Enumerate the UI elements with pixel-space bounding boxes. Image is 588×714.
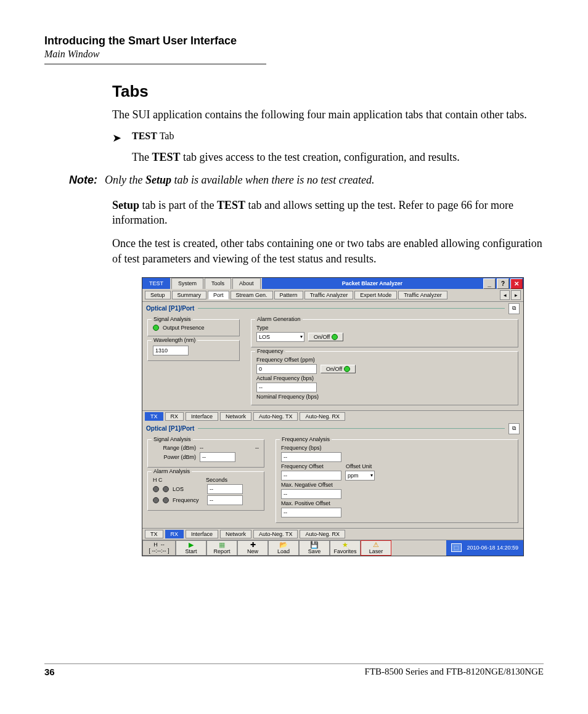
tx-tab-autoneg-rx[interactable]: Auto-Neg. RX <box>300 412 345 421</box>
los-c-led-icon <box>163 486 169 492</box>
rx-freq-analysis-group: Frequency Analysis Frequency (bps) -- Fr… <box>276 439 518 523</box>
rx-tab-tx[interactable]: TX <box>145 530 163 538</box>
header-rule <box>44 63 266 65</box>
tx-tab-network[interactable]: Network <box>220 412 251 421</box>
sub-tabs: Setup Summary Port Stream Gen. Pattern T… <box>142 289 523 302</box>
power-value: -- <box>200 452 235 462</box>
offset-unit-dropdown[interactable]: ppm <box>345 471 375 481</box>
subtab-setup[interactable]: Setup <box>145 291 171 299</box>
freq-onoff-led-icon <box>344 366 350 372</box>
subtab-summary[interactable]: Summary <box>172 291 207 299</box>
note: Note: Only the Setup tab is available wh… <box>69 174 544 187</box>
freq-offset-label: Frequency Offset (ppm) <box>256 357 315 363</box>
main-tab-test[interactable]: TEST <box>142 278 170 289</box>
status-timestamp: 2010-06-18 14:20:59 <box>467 545 518 551</box>
max-pos-label: Max. Positive Offset <box>281 500 330 506</box>
range-v1: -- <box>200 445 203 451</box>
subtab-pattern[interactable]: Pattern <box>274 291 303 299</box>
chapter-title: Introducing the Smart User Interface <box>44 34 544 47</box>
range-label: Range (dBm) <box>153 445 196 451</box>
tab-nav-right-icon[interactable]: ▸ <box>511 290 521 300</box>
setup-paragraph: Setup tab is part of the TEST tab and al… <box>112 198 544 228</box>
star-icon: ★ <box>342 542 348 548</box>
output-presence-label: Output Presence <box>163 325 205 331</box>
tx-expand-icon[interactable]: ⧉ <box>508 303 520 314</box>
rx-alarm-analysis-group: Alarm Analysis H CSeconds LOS-- Frequenc… <box>147 471 264 511</box>
tx-wavelength-group: Wavelength (nm) 1310 <box>147 340 240 361</box>
los-value: -- <box>207 484 243 494</box>
rx-tab-rx[interactable]: RX <box>165 530 184 538</box>
wavelength-input[interactable]: 1310 <box>153 346 189 355</box>
bullet-label-rest: Tab <box>157 131 174 141</box>
alarm-type-dropdown[interactable]: LOS <box>256 332 304 342</box>
rx-tab-autoneg-rx[interactable]: Auto-Neg. RX <box>300 530 345 538</box>
rx-expand-icon[interactable]: ⧉ <box>508 423 520 434</box>
load-button[interactable]: 📂Load <box>268 540 299 556</box>
page-number: 36 <box>44 667 55 677</box>
tx-tab-interface[interactable]: Interface <box>186 412 218 421</box>
new-icon: ✚ <box>250 542 256 548</box>
subtab-streamgen[interactable]: Stream Gen. <box>231 291 273 299</box>
screenshot-figure: TEST System Tools About Packet Blazer An… <box>142 277 524 556</box>
bullet-description: The TEST tab gives access to the test cr… <box>132 150 544 164</box>
hc-label: H C <box>153 477 171 483</box>
subtab-traffic-analyzer-2[interactable]: Traffic Analyzer <box>398 291 447 299</box>
divider <box>198 308 505 309</box>
disk-icon: 💾 <box>310 542 319 548</box>
other-tabs-paragraph: Once the test is created, other tabs con… <box>112 236 544 266</box>
subtab-port[interactable]: Port <box>208 291 229 299</box>
alarm-onoff-button[interactable]: On/Off <box>308 333 343 341</box>
save-button[interactable]: 💾Save <box>299 540 330 556</box>
report-icon: ▦ <box>219 542 225 548</box>
note-label: Note: <box>69 174 97 187</box>
main-tab-about[interactable]: About <box>232 278 261 289</box>
laser-button[interactable]: ⚠Laser <box>361 540 391 556</box>
freq-offset-input[interactable]: 0 <box>256 364 317 374</box>
tab-nav-left-icon[interactable]: ◂ <box>500 290 510 300</box>
max-neg-label: Max. Negative Offset <box>281 482 333 488</box>
tx-section-label: Optical [P1]/Port <box>146 305 194 312</box>
rx-tab-autoneg-tx[interactable]: Auto-Neg. TX <box>253 530 298 538</box>
subtab-traffic-analyzer[interactable]: Traffic Analyzer <box>304 291 354 299</box>
rx-tab-interface[interactable]: Interface <box>186 530 218 538</box>
freq-onoff-button[interactable]: On/Off <box>321 365 356 373</box>
tx-alarm-gen-group: Alarm Generation Type LOS On/Off <box>251 319 518 347</box>
window-title: Packet Blazer Analyzer <box>262 278 483 289</box>
heading-tabs: Tabs <box>112 82 544 101</box>
freq-h-led-icon <box>153 497 159 503</box>
elapsed-time: [ --:--:-- ] <box>149 548 169 554</box>
freq-value: -- <box>207 495 243 505</box>
minimize-button[interactable]: _ <box>483 278 496 289</box>
report-button[interactable]: ▦Report <box>206 540 237 556</box>
favorites-button[interactable]: ★Favorites <box>330 540 361 556</box>
nominal-freq-label: Nominal Frequency (bps) <box>256 394 319 400</box>
bullet-arrow-icon: ➤ <box>112 131 123 146</box>
start-button[interactable]: ▶Start <box>176 540 206 556</box>
subtab-expert-mode[interactable]: Expert Mode <box>354 291 397 299</box>
rx-tab-network[interactable]: Network <box>220 530 251 538</box>
max-pos-value: -- <box>281 508 341 517</box>
seconds-label: Seconds <box>206 477 227 483</box>
footer-product: FTB-8500 Series and FTB-8120NGE/8130NGE <box>365 667 544 677</box>
offset-unit-label: Offset Unit <box>346 463 372 469</box>
actual-freq-label: Actual Frequency (bps) <box>256 375 314 381</box>
main-tab-tools[interactable]: Tools <box>205 278 231 289</box>
tx-tab-rx[interactable]: RX <box>165 412 184 421</box>
titlebar: TEST System Tools About Packet Blazer An… <box>142 278 523 289</box>
tx-tab-autoneg-tx[interactable]: Auto-Neg. TX <box>253 412 298 421</box>
laser-warning-icon: ⚠ <box>373 542 379 548</box>
freq-c-led-icon <box>163 497 169 503</box>
freq-bps-label: Frequency (bps) <box>281 445 322 451</box>
status-bar: ⬚ 2010-06-18 14:20:59 <box>446 540 523 556</box>
rx-section-label: Optical [P1]/Port <box>146 425 194 432</box>
close-button[interactable]: ✕ <box>510 278 523 289</box>
freq-label: Frequency <box>173 497 203 503</box>
tx-tab-tx[interactable]: TX <box>145 412 163 421</box>
actual-freq-value: -- <box>256 383 317 392</box>
max-neg-value: -- <box>281 489 341 499</box>
section-subtitle: Main Window <box>44 49 544 60</box>
status-chip-icon: ⬚ <box>451 543 462 552</box>
main-tab-system[interactable]: System <box>171 278 203 289</box>
new-button[interactable]: ✚New <box>237 540 268 556</box>
help-button[interactable]: ? <box>497 278 509 289</box>
